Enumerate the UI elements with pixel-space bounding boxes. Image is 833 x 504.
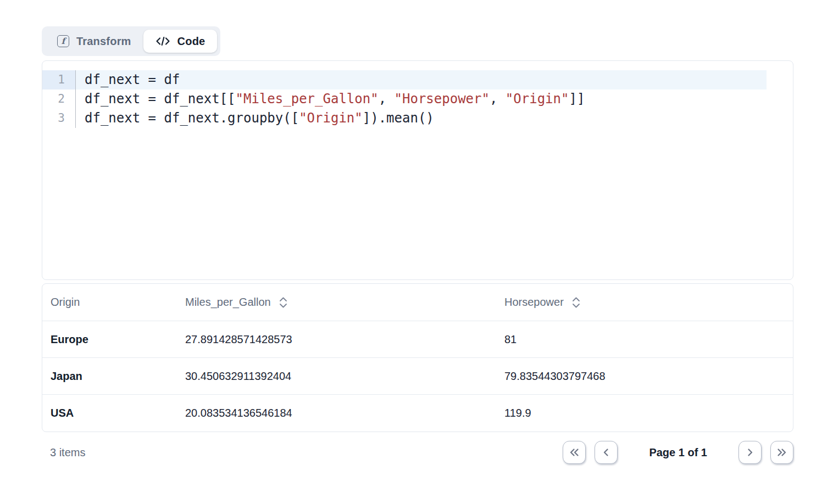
cell-horsepower: 81 xyxy=(496,333,793,346)
cell-miles-per-gallon: 27.891428571428573 xyxy=(177,333,496,346)
cell-origin: USA xyxy=(42,407,177,419)
view-tabs: f Transform Code xyxy=(42,26,220,56)
next-page-button[interactable] xyxy=(738,441,762,464)
cell-origin: Europe xyxy=(42,333,177,346)
line-number: 1 xyxy=(42,70,76,89)
editor-scroll-gutter xyxy=(767,89,793,109)
table-row: Europe 27.891428571428573 81 xyxy=(42,321,793,358)
table-header-row: Origin Miles_per_Gallon Horsepower xyxy=(42,284,793,321)
chevron-left-icon xyxy=(600,447,612,458)
code-line-content: df_next = df xyxy=(76,70,767,89)
code-line-content: df_next = df_next[["Miles_per_Gallon", "… xyxy=(76,89,767,109)
chevron-right-icon xyxy=(744,447,756,458)
sort-icon xyxy=(572,296,580,309)
code-line: 1 df_next = df xyxy=(42,70,793,89)
table-footer: 3 items Page 1 of 1 xyxy=(42,441,793,464)
column-header-miles-per-gallon[interactable]: Miles_per_Gallon xyxy=(177,296,496,309)
code-editor[interactable]: 1 df_next = df 2 df_next = df_next[["Mil… xyxy=(42,60,793,280)
cell-origin: Japan xyxy=(42,370,177,383)
code-line: 2 df_next = df_next[["Miles_per_Gallon",… xyxy=(42,89,793,109)
cell-horsepower: 79.83544303797468 xyxy=(496,370,793,383)
line-number: 2 xyxy=(42,89,76,109)
double-chevron-right-icon xyxy=(776,447,788,458)
tab-transform[interactable]: f Transform xyxy=(45,30,143,53)
code-icon xyxy=(156,36,170,47)
cell-miles-per-gallon: 20.083534136546184 xyxy=(177,407,496,419)
data-transform-widget: f Transform Code 1 df_next = df 2 xyxy=(0,0,833,464)
cell-miles-per-gallon: 30.450632911392404 xyxy=(177,370,496,383)
previous-page-button[interactable] xyxy=(595,441,618,464)
cell-horsepower: 119.9 xyxy=(496,407,793,419)
function-icon: f xyxy=(57,35,69,47)
editor-scroll-gutter xyxy=(767,109,793,128)
line-number: 3 xyxy=(42,109,76,128)
tab-code-label: Code xyxy=(177,35,206,48)
page-indicator: Page 1 of 1 xyxy=(649,446,707,459)
tab-code[interactable]: Code xyxy=(143,30,218,53)
table-row: Japan 30.450632911392404 79.835443037974… xyxy=(42,358,793,395)
items-count: 3 items xyxy=(50,446,85,459)
result-table: Origin Miles_per_Gallon Horsepower xyxy=(42,283,793,432)
pagination: Page 1 of 1 xyxy=(563,441,793,464)
column-header-origin: Origin xyxy=(42,296,177,309)
sort-icon xyxy=(279,296,287,309)
table-row: USA 20.083534136546184 119.9 xyxy=(42,395,793,432)
tab-transform-label: Transform xyxy=(76,35,131,48)
double-chevron-left-icon xyxy=(568,447,580,458)
last-page-button[interactable] xyxy=(770,441,793,464)
code-line-content: df_next = df_next.groupby(["Origin"]).me… xyxy=(76,109,767,128)
editor-scroll-gutter xyxy=(767,70,793,89)
first-page-button[interactable] xyxy=(563,441,586,464)
code-line: 3 df_next = df_next.groupby(["Origin"]).… xyxy=(42,109,793,128)
column-header-horsepower[interactable]: Horsepower xyxy=(496,296,793,309)
